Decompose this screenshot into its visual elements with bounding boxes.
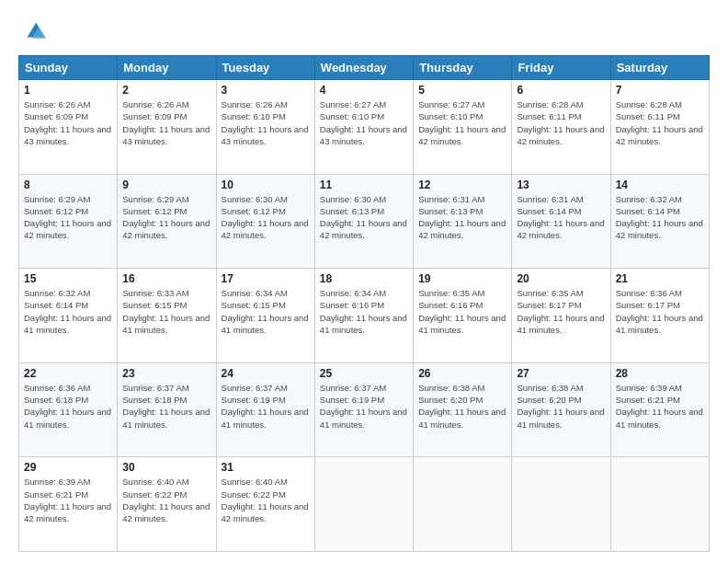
day-info: Sunrise: 6:37 AMSunset: 6:19 PMDaylight:… [222, 382, 310, 431]
day-number: 20 [517, 272, 605, 285]
day-number: 23 [122, 367, 210, 380]
day-number: 22 [24, 367, 112, 380]
day-number: 15 [24, 272, 112, 285]
day-number: 5 [418, 84, 506, 97]
calendar-header-row: SundayMondayTuesdayWednesdayThursdayFrid… [19, 56, 710, 80]
day-info: Sunrise: 6:39 AMSunset: 6:21 PMDaylight:… [24, 476, 112, 524]
day-number: 18 [320, 272, 408, 285]
week-row-2: 8Sunrise: 6:29 AMSunset: 6:12 PMDaylight… [19, 174, 710, 269]
calendar-cell: 10Sunrise: 6:30 AMSunset: 6:12 PMDayligh… [216, 174, 314, 269]
day-number: 9 [122, 178, 210, 191]
day-number: 26 [418, 367, 506, 380]
day-number: 8 [24, 178, 112, 191]
calendar-cell: 16Sunrise: 6:33 AMSunset: 6:15 PMDayligh… [118, 269, 216, 363]
day-info: Sunrise: 6:35 AMSunset: 6:17 PMDaylight:… [517, 287, 605, 336]
calendar-cell [512, 457, 610, 552]
calendar-cell [610, 457, 709, 552]
day-info: Sunrise: 6:37 AMSunset: 6:19 PMDaylight:… [320, 382, 408, 431]
calendar-cell: 12Sunrise: 6:31 AMSunset: 6:13 PMDayligh… [414, 174, 512, 269]
calendar-cell: 5Sunrise: 6:27 AMSunset: 6:10 PMDaylight… [414, 80, 512, 175]
day-info: Sunrise: 6:34 AMSunset: 6:16 PMDaylight:… [320, 287, 408, 336]
day-info: Sunrise: 6:27 AMSunset: 6:10 PMDaylight:… [320, 98, 408, 147]
day-number: 16 [122, 272, 210, 285]
calendar-cell: 30Sunrise: 6:40 AMSunset: 6:22 PMDayligh… [118, 457, 216, 552]
calendar-cell [414, 457, 512, 552]
day-header-friday: Friday [512, 56, 610, 80]
day-number: 10 [222, 178, 310, 191]
day-info: Sunrise: 6:26 AMSunset: 6:10 PMDaylight:… [222, 98, 310, 147]
week-row-1: 1Sunrise: 6:26 AMSunset: 6:09 PMDaylight… [19, 80, 710, 175]
day-info: Sunrise: 6:36 AMSunset: 6:18 PMDaylight:… [24, 382, 112, 431]
day-info: Sunrise: 6:31 AMSunset: 6:13 PMDaylight:… [418, 193, 506, 242]
calendar-cell: 13Sunrise: 6:31 AMSunset: 6:14 PMDayligh… [512, 174, 610, 269]
day-info: Sunrise: 6:40 AMSunset: 6:22 PMDaylight:… [122, 476, 210, 524]
calendar-cell: 8Sunrise: 6:29 AMSunset: 6:12 PMDaylight… [19, 174, 118, 269]
calendar-cell: 28Sunrise: 6:39 AMSunset: 6:21 PMDayligh… [610, 362, 709, 457]
day-header-tuesday: Tuesday [216, 56, 314, 80]
day-info: Sunrise: 6:27 AMSunset: 6:10 PMDaylight:… [418, 98, 506, 147]
day-header-saturday: Saturday [610, 56, 709, 80]
day-number: 19 [418, 272, 506, 285]
day-info: Sunrise: 6:35 AMSunset: 6:16 PMDaylight:… [418, 287, 506, 336]
calendar-table: SundayMondayTuesdayWednesdayThursdayFrid… [18, 55, 710, 552]
page: SundayMondayTuesdayWednesdayThursdayFrid… [0, 0, 728, 563]
day-header-sunday: Sunday [19, 56, 118, 80]
calendar-cell: 1Sunrise: 6:26 AMSunset: 6:09 PMDaylight… [19, 80, 118, 175]
week-row-4: 22Sunrise: 6:36 AMSunset: 6:18 PMDayligh… [19, 362, 710, 457]
day-number: 7 [616, 84, 704, 97]
day-info: Sunrise: 6:33 AMSunset: 6:15 PMDaylight:… [122, 287, 210, 336]
day-info: Sunrise: 6:28 AMSunset: 6:11 PMDaylight:… [616, 98, 704, 147]
day-number: 4 [320, 84, 408, 97]
calendar-cell: 4Sunrise: 6:27 AMSunset: 6:10 PMDaylight… [314, 80, 413, 175]
day-number: 25 [320, 367, 408, 380]
day-number: 21 [616, 272, 704, 285]
calendar-cell: 6Sunrise: 6:28 AMSunset: 6:11 PMDaylight… [512, 80, 610, 175]
day-header-wednesday: Wednesday [314, 56, 413, 80]
day-info: Sunrise: 6:39 AMSunset: 6:21 PMDaylight:… [616, 382, 704, 431]
calendar-cell: 20Sunrise: 6:35 AMSunset: 6:17 PMDayligh… [512, 269, 610, 363]
day-number: 12 [418, 178, 506, 191]
calendar-cell: 11Sunrise: 6:30 AMSunset: 6:13 PMDayligh… [314, 174, 413, 269]
day-number: 13 [517, 178, 605, 191]
day-number: 27 [517, 367, 605, 380]
calendar-cell: 27Sunrise: 6:38 AMSunset: 6:20 PMDayligh… [512, 362, 610, 457]
calendar-cell: 17Sunrise: 6:34 AMSunset: 6:15 PMDayligh… [216, 269, 314, 363]
day-info: Sunrise: 6:29 AMSunset: 6:12 PMDaylight:… [24, 193, 112, 242]
calendar-cell: 25Sunrise: 6:37 AMSunset: 6:19 PMDayligh… [314, 362, 413, 457]
calendar-cell: 22Sunrise: 6:36 AMSunset: 6:18 PMDayligh… [19, 362, 118, 457]
day-info: Sunrise: 6:30 AMSunset: 6:12 PMDaylight:… [222, 193, 310, 242]
day-number: 3 [222, 84, 310, 97]
day-info: Sunrise: 6:31 AMSunset: 6:14 PMDaylight:… [517, 193, 605, 242]
day-info: Sunrise: 6:28 AMSunset: 6:11 PMDaylight:… [517, 98, 605, 147]
day-info: Sunrise: 6:29 AMSunset: 6:12 PMDaylight:… [122, 193, 210, 242]
calendar-cell: 7Sunrise: 6:28 AMSunset: 6:11 PMDaylight… [610, 80, 709, 175]
day-number: 29 [24, 461, 112, 474]
logo [18, 17, 51, 46]
day-header-thursday: Thursday [414, 56, 512, 80]
day-number: 6 [517, 84, 605, 97]
day-header-monday: Monday [118, 56, 216, 80]
calendar-cell: 18Sunrise: 6:34 AMSunset: 6:16 PMDayligh… [314, 269, 413, 363]
day-info: Sunrise: 6:26 AMSunset: 6:09 PMDaylight:… [122, 98, 210, 147]
day-info: Sunrise: 6:38 AMSunset: 6:20 PMDaylight:… [517, 382, 605, 431]
day-number: 17 [222, 272, 310, 285]
calendar-cell: 23Sunrise: 6:37 AMSunset: 6:18 PMDayligh… [118, 362, 216, 457]
calendar-cell [314, 457, 413, 552]
calendar-cell: 19Sunrise: 6:35 AMSunset: 6:16 PMDayligh… [414, 269, 512, 363]
week-row-5: 29Sunrise: 6:39 AMSunset: 6:21 PMDayligh… [19, 457, 710, 552]
day-info: Sunrise: 6:36 AMSunset: 6:17 PMDaylight:… [616, 287, 704, 336]
day-number: 28 [616, 367, 704, 380]
day-number: 2 [122, 84, 210, 97]
day-number: 24 [222, 367, 310, 380]
day-number: 14 [616, 178, 704, 191]
calendar-cell: 15Sunrise: 6:32 AMSunset: 6:14 PMDayligh… [19, 269, 118, 363]
day-info: Sunrise: 6:38 AMSunset: 6:20 PMDaylight:… [418, 382, 506, 431]
day-info: Sunrise: 6:37 AMSunset: 6:18 PMDaylight:… [122, 382, 210, 431]
calendar-cell: 9Sunrise: 6:29 AMSunset: 6:12 PMDaylight… [118, 174, 216, 269]
day-number: 11 [320, 178, 408, 191]
day-info: Sunrise: 6:34 AMSunset: 6:15 PMDaylight:… [222, 287, 310, 336]
header [18, 17, 710, 46]
calendar-cell: 21Sunrise: 6:36 AMSunset: 6:17 PMDayligh… [610, 269, 709, 363]
calendar-cell: 29Sunrise: 6:39 AMSunset: 6:21 PMDayligh… [19, 457, 118, 552]
day-number: 1 [24, 84, 112, 97]
